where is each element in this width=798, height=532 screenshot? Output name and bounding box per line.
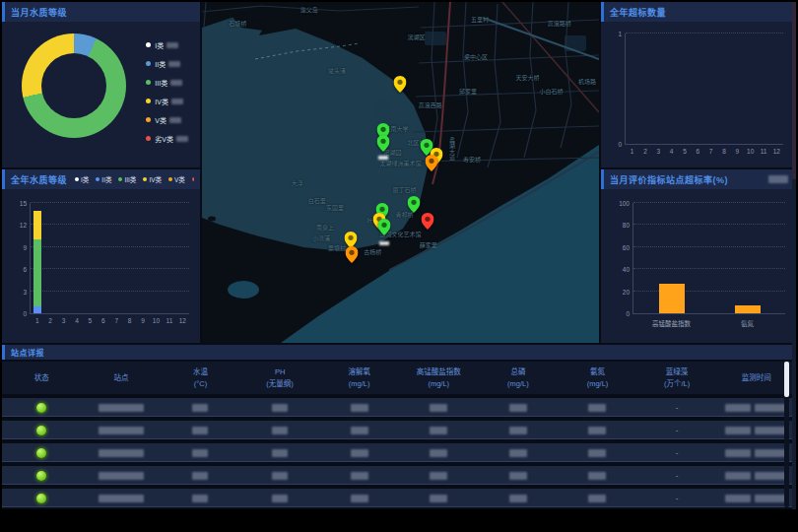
table-title: 站点详报 [11,347,44,358]
cell-station [82,472,162,480]
x-tick-label: 12 [179,317,186,324]
map-pin[interactable] [377,219,390,235]
column-header-line2: (°C) [161,378,240,390]
map-pin[interactable] [394,76,407,93]
cell-value [479,472,559,480]
y-tick-label: 12 [20,222,27,229]
map-pin[interactable] [421,213,433,230]
redacted-value [588,449,606,457]
legend-label: III类 [155,78,167,88]
redacted-value [588,427,606,434]
panel-title: 全年超标数量 [610,6,666,19]
redacted-value [588,472,606,480]
legend-item[interactable]: II类 [96,174,111,184]
column-header-line1: PH [240,366,320,378]
cell-value [558,449,637,457]
x-tick-label: 2 [48,317,52,324]
redacted-value [509,449,527,457]
map-pin[interactable] [407,196,420,213]
legend-item[interactable]: V类 [168,174,185,184]
map-pins [202,2,599,343]
gridline [633,268,785,269]
table-row[interactable]: - [2,466,796,485]
window-scrollbar-thumb[interactable] [792,2,796,179]
legend-item[interactable]: IV类 [146,92,188,110]
gridline [31,268,189,269]
rate-bar[interactable] [659,284,685,313]
redacted-value [351,472,368,480]
redacted-value [755,427,788,434]
redacted-value [99,472,144,480]
y-tick-label: 60 [623,243,630,250]
map-panel[interactable]: 石塘桥渔父岛鼋头渚大浮白石里东固里南泉上小湾浦吴塘村滨湖区五里村梁中心区高浪西路… [202,2,599,343]
gridline [31,291,189,292]
donut-legend: I类II类III类IV类V类劣V类 [146,35,188,148]
redacted-value [351,404,368,412]
x-tick-label: 10 [747,148,754,155]
panel-header: 全年超标数量 [601,2,796,22]
legend-item[interactable]: IV类 [143,174,162,184]
bar-segment [33,211,41,240]
redacted-value [755,449,788,457]
legend-item[interactable]: III类 [146,73,188,92]
legend-item[interactable]: III类 [118,174,136,184]
map-highlight-chip [378,156,388,160]
redacted-value [192,449,208,457]
column-header-line2: (无量纲) [240,378,320,390]
legend-item[interactable]: V类 [146,110,188,129]
x-tick-label: 1 [631,148,634,155]
x-tick-label: 5 [89,317,93,324]
table-row[interactable]: - [2,443,796,462]
redacted-value [99,495,144,502]
cell-status [2,403,82,413]
cell-value [558,427,637,434]
legend-dot-icon [75,177,79,181]
column-header-line2: (mg/L) [558,378,637,390]
legend-dot-icon [146,61,151,66]
redacted-value [725,427,751,434]
legend-item[interactable]: II类 [146,54,188,73]
cell-value [479,495,559,502]
redacted-value [509,427,527,434]
column-header-line1: 站点 [82,372,162,384]
algae-value: - [676,494,679,502]
legend-item[interactable]: I类 [146,35,188,54]
window-scrollbar[interactable] [792,2,796,509]
map-pin[interactable] [377,135,390,152]
redacted-value [171,99,183,104]
status-dot [36,448,46,458]
cell-value [240,495,320,502]
column-header-line1: 总磷 [479,366,559,378]
cell-value [161,449,240,457]
redacted-value [725,472,751,480]
redacted-value [588,495,606,502]
y-tick-label: 40 [623,266,630,273]
x-tick-label: 11 [166,317,173,324]
column-header: 状态 [2,372,82,384]
legend-dot-icon [146,99,151,103]
legend-item[interactable]: I类 [75,174,89,184]
x-tick-label: 8 [128,317,132,324]
map-pin[interactable] [425,155,437,171]
table-row[interactable]: - [2,421,796,439]
redacted-value [725,404,751,412]
donut-chart[interactable] [22,33,126,138]
redacted-value [192,472,208,480]
table-scrollbar-thumb[interactable] [784,362,789,397]
legend-dot-icon [146,80,151,85]
bar-segment [33,239,41,305]
table-row[interactable]: - [2,489,796,507]
x-tick-label: 6 [101,317,105,324]
legend-redacted-chip[interactable] [768,175,788,183]
legend-item[interactable]: 劣V类 [146,129,188,148]
cell-algae: - [637,466,717,485]
map-pin[interactable] [345,246,358,263]
stacked-bar[interactable] [33,203,41,313]
legend-item[interactable]: 劣V类 [192,174,194,184]
y-tick-label: 9 [23,243,27,250]
table-scrollbar-track[interactable] [784,362,789,507]
gridline [31,202,189,203]
table-row[interactable]: - [2,398,796,417]
rate-bar[interactable] [735,305,761,313]
x-tick-label: 3 [62,317,66,324]
